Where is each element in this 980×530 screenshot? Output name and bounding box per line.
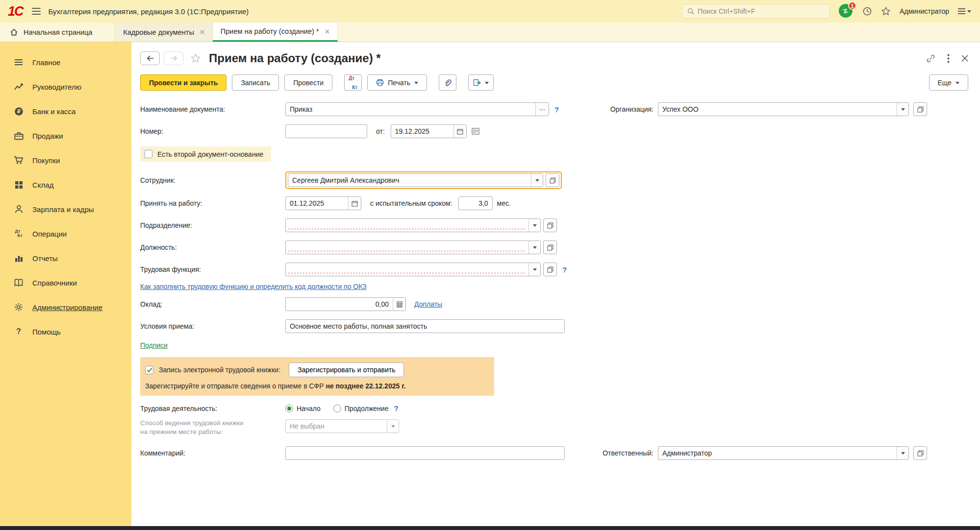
show-postings-button[interactable]: ДтКт: [344, 74, 362, 91]
signatures-link[interactable]: Подписи: [140, 341, 168, 349]
doc-date-input[interactable]: [391, 125, 453, 138]
sidebar-item-bank-i-kassa[interactable]: ₽ Банк и касса: [0, 99, 131, 123]
labor-function-help-icon[interactable]: ?: [562, 265, 567, 274]
etk-checkbox[interactable]: [145, 366, 153, 374]
second-doc-checkbox[interactable]: [144, 150, 152, 158]
calculator-icon[interactable]: [393, 298, 405, 311]
calendar-icon[interactable]: [453, 125, 466, 138]
labor-function-dropdown-button[interactable]: [528, 263, 540, 276]
probation-label: с испытательным сроком:: [370, 199, 452, 207]
service-menu-icon[interactable]: [958, 8, 971, 14]
app-title: Бухгалтерия предприятия, редакция 3.0 (1…: [49, 7, 249, 16]
department-field: [285, 218, 541, 232]
tab-label: Прием на работу (создание) *: [221, 27, 319, 35]
okz-help-link[interactable]: Как заполнить трудовую функцию и определ…: [140, 283, 367, 290]
doc-name-input[interactable]: [286, 103, 535, 116]
sidebar-item-rukovoditelyu[interactable]: Руководителю: [0, 74, 131, 99]
save-button[interactable]: Записать: [232, 74, 279, 91]
print-button[interactable]: Печать: [367, 74, 427, 91]
responsible-open-button[interactable]: [913, 446, 927, 460]
back-button[interactable]: [140, 51, 160, 65]
responsible-input[interactable]: [658, 447, 897, 459]
comment-input[interactable]: [285, 446, 565, 460]
employee-open-button[interactable]: [546, 173, 559, 187]
number-input[interactable]: [286, 125, 367, 138]
supplements-link[interactable]: Доплаты: [414, 300, 442, 308]
doc-name-help-icon[interactable]: ?: [554, 105, 559, 114]
sidebar-item-operatsii[interactable]: ДтКт Операции: [0, 221, 131, 246]
sidebar: Главное Руководителю ₽ Банк и касса Прод…: [0, 42, 131, 526]
second-doc-checkbox-row[interactable]: Есть второй документ-основание: [140, 146, 271, 162]
responsible-dropdown-button[interactable]: [897, 447, 908, 459]
attachments-button[interactable]: [439, 74, 456, 91]
sidebar-item-sklad[interactable]: Склад: [0, 172, 131, 197]
probation-input[interactable]: [459, 197, 492, 210]
hire-date-input[interactable]: [286, 197, 348, 210]
book-method-input[interactable]: [286, 420, 387, 433]
favorite-star-icon[interactable]: [190, 53, 201, 64]
more-dots-icon[interactable]: [947, 54, 950, 63]
tab-kadrovye-dokumenty[interactable]: Кадровые документы: [115, 23, 213, 42]
position-dropdown-button[interactable]: [528, 241, 540, 254]
department-dropdown-button[interactable]: [528, 219, 540, 232]
main-menu-icon[interactable]: [32, 8, 41, 15]
post-and-close-button[interactable]: Провести и закрыть: [140, 74, 226, 91]
etk-section: Запись электронной трудовой книжки: Заре…: [140, 357, 494, 396]
calendar-icon[interactable]: [348, 197, 361, 210]
activity-help-icon[interactable]: ?: [394, 404, 398, 412]
main-layout: Главное Руководителю ₽ Банк и касса Прод…: [0, 42, 980, 526]
chart-line-icon: [13, 83, 25, 91]
sidebar-item-zarplata-i-kadry[interactable]: Зарплата и кадры: [0, 197, 131, 221]
get-link-icon[interactable]: [926, 54, 935, 63]
responsible-label: Ответственный:: [603, 449, 653, 457]
etk-register-button[interactable]: Зарегистрировать и отправить: [289, 362, 404, 377]
position-open-button[interactable]: [543, 241, 557, 254]
sidebar-item-spravochniki[interactable]: Справочники: [0, 270, 131, 295]
employee-label: Сотрудник:: [140, 176, 285, 184]
discussions-icon[interactable]: 1: [839, 4, 854, 19]
position-input[interactable]: [286, 241, 528, 254]
sidebar-item-prodazhi[interactable]: Продажи: [0, 123, 131, 148]
labor-function-input[interactable]: [286, 263, 528, 276]
tab-bar: Начальная страница Кадровые документы Пр…: [0, 23, 980, 42]
paperclip-icon: [444, 79, 452, 87]
department-input[interactable]: [286, 219, 528, 232]
sidebar-item-otchety[interactable]: Отчеты: [0, 246, 131, 270]
tab-priem-na-rabotu[interactable]: Прием на работу (создание) *: [213, 23, 338, 42]
forward-button[interactable]: [164, 51, 183, 65]
doc-name-choose-button[interactable]: ...: [535, 103, 549, 116]
create-based-on-button[interactable]: [468, 74, 494, 91]
conditions-input[interactable]: [285, 319, 565, 333]
activity-continue-radio[interactable]: Продолжение: [333, 405, 389, 412]
global-search-input[interactable]: Поиск Ctrl+Shift+F: [682, 4, 830, 19]
organization-dropdown-button[interactable]: [897, 103, 908, 116]
header-icons: [926, 54, 968, 63]
sidebar-item-administrirovanie[interactable]: Администрирование: [0, 295, 131, 319]
tab-close-icon[interactable]: [200, 30, 204, 34]
1c-logo: 1С: [8, 5, 24, 18]
number-settings-icon[interactable]: [472, 128, 479, 135]
activity-start-radio[interactable]: Начало: [285, 405, 321, 412]
employee-input[interactable]: [288, 174, 531, 187]
employee-dropdown-button[interactable]: [531, 174, 543, 187]
labor-function-open-button[interactable]: [543, 263, 557, 276]
organization-open-button[interactable]: [913, 102, 927, 116]
tab-close-icon[interactable]: [325, 29, 329, 34]
history-icon[interactable]: [862, 6, 872, 16]
book-method-dropdown-button[interactable]: [387, 420, 399, 433]
book-icon: [13, 279, 25, 287]
current-user[interactable]: Администратор: [900, 7, 949, 15]
post-button[interactable]: Провести: [284, 74, 332, 91]
book-method-field: [285, 419, 399, 433]
organization-input[interactable]: [658, 103, 897, 116]
close-icon[interactable]: [961, 55, 968, 62]
doc-name-label: Наименование документа:: [140, 105, 285, 113]
sidebar-item-glavnoe[interactable]: Главное: [0, 50, 131, 74]
tab-home[interactable]: Начальная страница: [0, 23, 115, 42]
salary-input[interactable]: [286, 298, 393, 311]
department-open-button[interactable]: [543, 218, 557, 232]
sidebar-item-pomosch[interactable]: ? Помощь: [0, 319, 131, 344]
favorites-star-icon[interactable]: [881, 6, 891, 16]
sidebar-item-pokupki[interactable]: Покупки: [0, 148, 131, 172]
more-button[interactable]: Еще: [929, 74, 969, 91]
